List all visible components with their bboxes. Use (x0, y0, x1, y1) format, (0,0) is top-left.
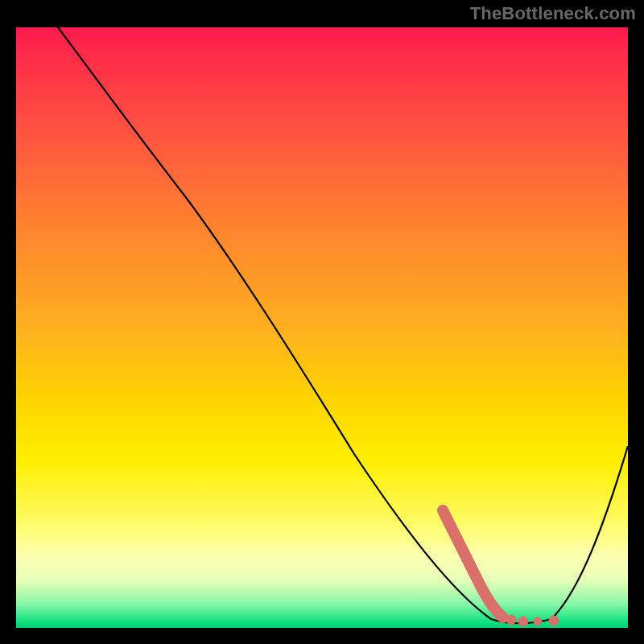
svg-point-2 (534, 617, 542, 625)
svg-point-1 (518, 617, 528, 626)
chart-container: TheBottleneck.com (0, 0, 644, 644)
curve-layer (16, 27, 628, 628)
bottleneck-curve (16, 27, 628, 623)
svg-point-0 (506, 615, 516, 625)
plot-area (16, 27, 628, 628)
svg-point-3 (549, 616, 559, 625)
attribution-text: TheBottleneck.com (470, 3, 636, 24)
optimal-marker (443, 510, 559, 626)
